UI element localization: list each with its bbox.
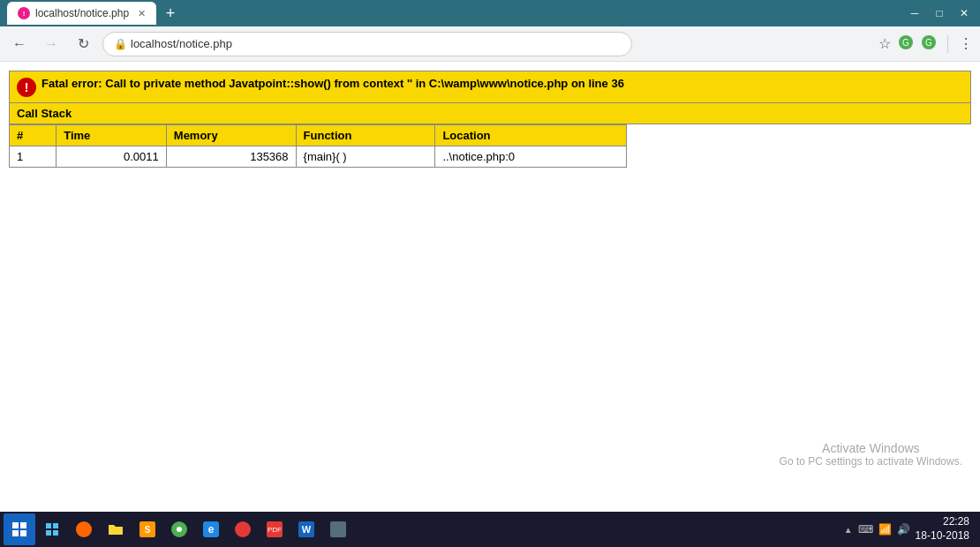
- taskbar-ie-icon[interactable]: e: [196, 514, 226, 544]
- taskbar-files-icon[interactable]: [37, 514, 67, 544]
- forward-button[interactable]: →: [39, 32, 64, 56]
- tab-favicon: !: [18, 7, 30, 19]
- start-button[interactable]: [4, 513, 35, 545]
- tab-title: localhost/notice.php: [35, 7, 129, 19]
- table-cell: ..\notice.php:0: [435, 146, 627, 168]
- reload-button[interactable]: ↻: [71, 32, 95, 56]
- col-header-num: #: [10, 125, 57, 146]
- table-cell: {main}( ): [296, 146, 435, 168]
- menu-icon[interactable]: ⋮: [959, 35, 973, 52]
- close-button[interactable]: ✕: [955, 7, 973, 19]
- account-icon[interactable]: G: [921, 34, 937, 54]
- tray-speaker[interactable]: 🔊: [897, 523, 910, 536]
- address-input[interactable]: 🔒 localhost/notice.php: [102, 32, 632, 56]
- svg-rect-6: [12, 530, 19, 536]
- maximize-button[interactable]: □: [931, 7, 948, 19]
- clock-time: 22:28: [916, 515, 969, 529]
- system-tray: ▲ ⌨ 📶 🔊 22:28 18-10-2018: [837, 515, 976, 543]
- page-content: ! Fatal error: Call to private method Ja…: [0, 62, 980, 512]
- tray-chevron[interactable]: ▲: [844, 525, 853, 535]
- taskbar-monitor-icon[interactable]: [323, 514, 353, 544]
- table-cell: 0.0011: [57, 146, 167, 168]
- sublime-icon: S: [139, 521, 155, 537]
- error-banner: ! Fatal error: Call to private method Ja…: [9, 71, 971, 103]
- tab-close-button[interactable]: ✕: [138, 8, 146, 19]
- window-controls: ─ □ ✕: [906, 7, 973, 19]
- back-button[interactable]: ←: [7, 32, 32, 56]
- activate-windows-notice: Activate Windows Go to PC settings to ac…: [780, 441, 962, 468]
- taskbar-chrome-icon[interactable]: [164, 514, 194, 544]
- minimize-button[interactable]: ─: [906, 7, 923, 19]
- taskbar-sublime-icon[interactable]: S: [132, 514, 162, 544]
- col-header-function: Function: [296, 125, 435, 146]
- tray-signal: 📶: [878, 523, 892, 536]
- call-stack-table: # Time Memory Function Location 10.00111…: [9, 124, 627, 168]
- svg-text:G: G: [902, 38, 909, 48]
- acrobat-icon: PDF: [267, 521, 283, 537]
- svg-rect-4: [12, 522, 19, 528]
- address-bar: ← → ↻ 🔒 localhost/notice.php ☆ G G ⋮: [0, 26, 980, 62]
- activate-windows-line2: Go to PC settings to activate Windows.: [780, 455, 962, 468]
- toolbar-divider: [947, 35, 948, 53]
- table-row: 10.0011135368{main}( )..\notice.php:0: [10, 146, 627, 168]
- star-icon[interactable]: ☆: [878, 35, 891, 52]
- toolbar-right: ☆ G G ⋮: [878, 34, 973, 54]
- taskbar-clock[interactable]: 22:28 18-10-2018: [916, 515, 969, 543]
- url-text: localhost/notice.php: [131, 37, 232, 50]
- monitor-icon: [330, 521, 346, 537]
- taskbar-word-icon[interactable]: W: [291, 514, 321, 544]
- extension-icon[interactable]: G: [898, 34, 914, 54]
- tray-keyboard: ⌨: [858, 523, 873, 536]
- taskbar-acrobat-icon[interactable]: PDF: [260, 514, 290, 544]
- swirl-icon: [235, 521, 251, 537]
- error-message: Fatal error: Call to private method Java…: [41, 77, 624, 90]
- svg-rect-7: [20, 530, 26, 536]
- table-cell: 135368: [166, 146, 296, 168]
- taskbar-swirl-icon[interactable]: [228, 514, 258, 544]
- col-header-memory: Memory: [166, 125, 296, 146]
- table-cell: 1: [10, 146, 57, 168]
- taskbar: S e PDF W ▲ ⌨ 📶 🔊: [0, 512, 980, 547]
- taskbar-folder-icon[interactable]: [101, 514, 131, 544]
- activate-windows-line1: Activate Windows: [780, 441, 962, 455]
- new-tab-button[interactable]: +: [160, 3, 181, 24]
- taskbar-firefox-icon[interactable]: [69, 514, 99, 544]
- ie-icon: e: [203, 521, 219, 537]
- lock-icon: 🔒: [114, 38, 127, 50]
- svg-point-9: [177, 527, 182, 532]
- title-bar: ! localhost/notice.php ✕ + ─ □ ✕: [0, 0, 980, 26]
- table-header-row: # Time Memory Function Location: [10, 125, 627, 146]
- col-header-location: Location: [435, 125, 627, 146]
- word-icon: W: [298, 521, 314, 537]
- browser-window: ! localhost/notice.php ✕ + ─ □ ✕ ← → ↻ 🔒…: [0, 0, 980, 547]
- files-icon: [46, 523, 58, 536]
- error-icon: !: [17, 78, 36, 97]
- svg-rect-5: [20, 522, 26, 528]
- chrome-icon: [171, 521, 187, 537]
- col-header-time: Time: [57, 125, 167, 146]
- svg-text:G: G: [925, 38, 932, 48]
- clock-date: 18-10-2018: [916, 529, 969, 543]
- title-bar-left: ! localhost/notice.php ✕ +: [7, 2, 181, 25]
- folder-icon: [108, 522, 124, 536]
- firefox-icon: [76, 521, 92, 537]
- call-stack-header: Call Stack: [9, 103, 971, 124]
- browser-tab[interactable]: ! localhost/notice.php ✕: [7, 2, 156, 25]
